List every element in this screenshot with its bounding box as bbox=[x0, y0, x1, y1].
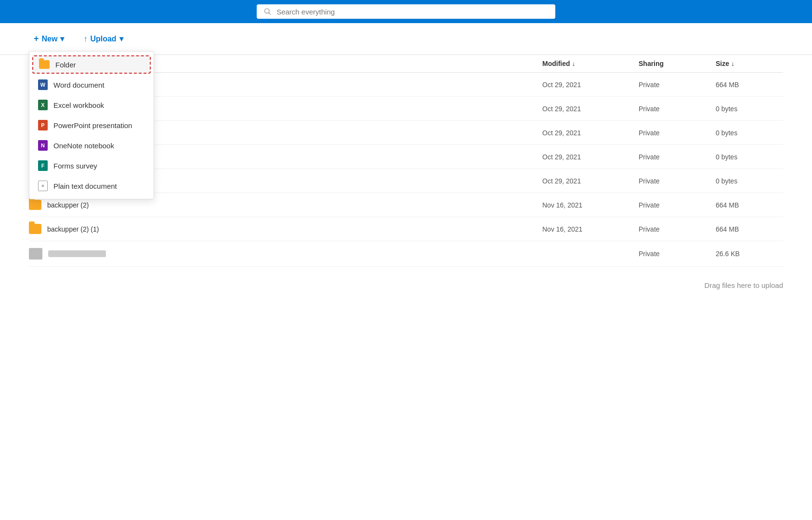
search-box[interactable] bbox=[257, 4, 555, 19]
menu-item-excel-label: Excel workbook bbox=[53, 101, 104, 109]
menu-item-word[interactable]: W Word document bbox=[29, 75, 154, 95]
sharing-value: Private bbox=[639, 105, 716, 113]
file-icon bbox=[29, 248, 42, 260]
drag-hint: Drag files here to upload bbox=[0, 267, 812, 304]
menu-item-forms-label: Forms survey bbox=[53, 162, 97, 170]
modified-value: Nov 16, 2021 bbox=[542, 225, 639, 233]
menu-item-folder-label: Folder bbox=[55, 61, 76, 69]
size-value: 664 MB bbox=[716, 225, 783, 233]
table-row[interactable]: Private 26.6 KB bbox=[29, 241, 783, 267]
size-value: 664 MB bbox=[716, 81, 783, 89]
menu-item-word-label: Word document bbox=[53, 81, 105, 89]
size-value: 0 bytes bbox=[716, 129, 783, 137]
menu-item-excel[interactable]: X Excel workbook bbox=[29, 95, 154, 115]
sharing-value: Private bbox=[639, 129, 716, 137]
upload-label: Upload bbox=[90, 35, 116, 43]
folder-icon bbox=[29, 224, 41, 234]
new-button[interactable]: + New ▾ bbox=[29, 31, 69, 47]
file-name: backupper (2) bbox=[47, 201, 89, 209]
onenote-icon: N bbox=[38, 140, 48, 151]
new-chevron-icon: ▾ bbox=[60, 34, 64, 43]
size-sort-icon: ↓ bbox=[731, 60, 734, 67]
col-size-header[interactable]: Size ↓ bbox=[716, 60, 783, 67]
modified-value: Oct 29, 2021 bbox=[542, 129, 639, 137]
new-label: New bbox=[42, 35, 58, 43]
menu-item-forms[interactable]: F Forms survey bbox=[29, 156, 154, 176]
ppt-icon: P bbox=[38, 120, 48, 130]
modified-value: Oct 29, 2021 bbox=[542, 177, 639, 185]
sharing-value: Private bbox=[639, 177, 716, 185]
sharing-value: Private bbox=[639, 153, 716, 161]
word-icon: W bbox=[38, 79, 48, 90]
col-sharing-header: Sharing bbox=[639, 60, 716, 67]
modified-value: Oct 29, 2021 bbox=[542, 105, 639, 113]
sharing-value: Private bbox=[639, 201, 716, 209]
file-name-cell bbox=[29, 248, 542, 260]
dropdown-menu: Folder W Word document X Excel workbook … bbox=[29, 51, 154, 199]
folder-icon bbox=[39, 60, 50, 69]
sharing-value: Private bbox=[639, 81, 716, 89]
file-name-cell: backupper (2) bbox=[29, 200, 542, 210]
size-value: 664 MB bbox=[716, 201, 783, 209]
modified-sort-icon: ↓ bbox=[572, 60, 576, 67]
search-icon bbox=[263, 7, 272, 16]
size-value: 0 bytes bbox=[716, 105, 783, 113]
col-modified-header[interactable]: Modified ↓ bbox=[542, 60, 639, 67]
modified-value: Oct 29, 2021 bbox=[542, 81, 639, 89]
menu-item-folder[interactable]: Folder bbox=[32, 55, 151, 74]
forms-icon: F bbox=[38, 160, 48, 171]
file-name-cell: backupper (2) (1) bbox=[29, 224, 542, 234]
menu-item-onenote[interactable]: N OneNote notebook bbox=[29, 135, 154, 156]
upload-chevron-icon: ▾ bbox=[119, 34, 123, 43]
txt-icon: ≡ bbox=[38, 181, 48, 191]
menu-item-txt[interactable]: ≡ Plain text document bbox=[29, 176, 154, 196]
modified-value: Nov 16, 2021 bbox=[542, 201, 639, 209]
size-value: 0 bytes bbox=[716, 153, 783, 161]
svg-line-1 bbox=[269, 13, 271, 14]
sharing-value: Private bbox=[639, 225, 716, 233]
plus-icon: + bbox=[34, 34, 39, 44]
menu-item-ppt[interactable]: P PowerPoint presentation bbox=[29, 115, 154, 135]
size-value: 26.6 KB bbox=[716, 250, 783, 258]
table-row[interactable]: backupper (2) (1) Nov 16, 2021 Private 6… bbox=[29, 217, 783, 241]
menu-item-txt-label: Plain text document bbox=[53, 182, 117, 190]
excel-icon: X bbox=[38, 100, 48, 110]
modified-value: Oct 29, 2021 bbox=[542, 153, 639, 161]
sharing-value: Private bbox=[639, 250, 716, 258]
search-input[interactable] bbox=[276, 8, 549, 16]
menu-item-ppt-label: PowerPoint presentation bbox=[53, 121, 132, 130]
size-value: 0 bytes bbox=[716, 177, 783, 185]
file-name: backupper (2) (1) bbox=[47, 225, 99, 233]
top-bar bbox=[0, 0, 812, 23]
toolbar: + New ▾ ↑ Upload ▾ Folder W Word documen… bbox=[0, 23, 812, 55]
folder-icon bbox=[29, 200, 41, 210]
upload-button[interactable]: ↑ Upload ▾ bbox=[79, 31, 128, 46]
menu-item-onenote-label: OneNote notebook bbox=[53, 142, 114, 150]
upload-icon: ↑ bbox=[83, 35, 87, 43]
blurred-filename bbox=[48, 250, 106, 257]
